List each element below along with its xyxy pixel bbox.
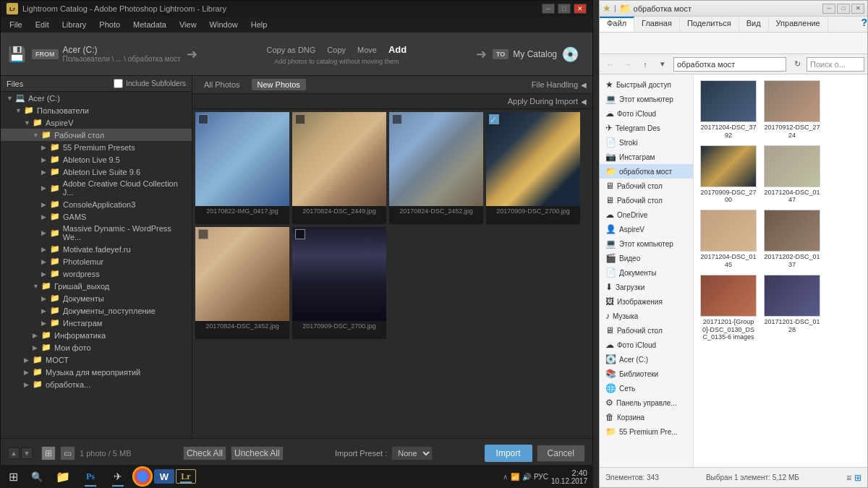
menu-photo[interactable]: Photo (93, 19, 126, 30)
lr-tree-item-5[interactable]: ▶📁Ableton Live 9.5 (1, 153, 192, 166)
fe-sidebar-item-13[interactable]: 📄Документы (600, 265, 693, 280)
fe-tab-view[interactable]: Вид (739, 17, 769, 32)
fe-photo-item-7[interactable]: 20171201-DSC_0128 (763, 275, 821, 341)
lr-include-subfolders-checkbox[interactable] (114, 79, 123, 88)
menu-window[interactable]: Window (204, 19, 244, 30)
lr-tree-item-19[interactable]: ▶📁Мои фото (1, 341, 192, 354)
lr-tree-item-1[interactable]: ▼📁Пользователи (1, 104, 192, 116)
menu-view[interactable]: View (174, 19, 203, 30)
lr-add-btn[interactable]: Add (386, 43, 409, 56)
lr-tree-item-2[interactable]: ▼📁AspireV (1, 116, 192, 129)
fe-sidebar-item-8[interactable]: 🖥Рабочий стол (600, 193, 693, 207)
lr-maximize-btn[interactable]: □ (558, 4, 571, 14)
lr-tree-item-22[interactable]: ▶📁обработка... (1, 378, 192, 390)
fe-sidebar-item-10[interactable]: 👤AspireV (600, 222, 693, 236)
fe-help-btn[interactable]: ? (861, 17, 867, 32)
lr-tree-item-11[interactable]: ▶📁Motivate.fadeyef.ru (1, 243, 192, 255)
lr-close-btn[interactable]: ✕ (574, 4, 587, 14)
lr-tree-item-20[interactable]: ▶📁МОСТ (1, 354, 192, 366)
search-btn[interactable]: 🔍 (25, 466, 48, 487)
task-lightroom[interactable]: Lr (176, 469, 196, 484)
lr-tree-item-17[interactable]: ▶📁Инстаграм (1, 317, 192, 329)
menu-help[interactable]: Help (245, 19, 273, 30)
task-photoshop[interactable]: Ps (77, 466, 103, 487)
lr-tree-item-12[interactable]: ▶📁Photolemur (1, 255, 192, 267)
lr-tree-item-4[interactable]: ▶📁55 Premium Presets (1, 141, 192, 153)
fe-maximize-btn[interactable]: □ (837, 4, 850, 14)
fe-sidebar-item-3[interactable]: ✈Telegram Des (600, 121, 693, 135)
lr-tree-item-13[interactable]: ▶📁wordpress (1, 267, 192, 280)
fe-minimize-btn[interactable]: ─ (822, 4, 835, 14)
photo-check-2[interactable] (392, 114, 402, 124)
fe-sidebar-item-16[interactable]: ♪Музыка (600, 309, 693, 323)
lr-cancel-btn[interactable]: Cancel (537, 445, 585, 462)
tab-new-photos[interactable]: New Photos (252, 79, 306, 90)
fe-grid-view-btn[interactable]: ⊞ (854, 473, 861, 483)
fe-sidebar-item-19[interactable]: 💽Acer (C:) (600, 352, 693, 367)
fe-photo-item-2[interactable]: 20170909-DSC_2700 (699, 145, 757, 205)
fe-sidebar-item-21[interactable]: 🌐Сеть (600, 381, 693, 395)
fe-tab-share[interactable]: Поделиться (680, 17, 739, 32)
fe-sidebar-item-14[interactable]: ⬇Загрузки (600, 280, 693, 294)
lr-tree-item-14[interactable]: ▼📁Гришай_выход (1, 280, 192, 292)
fe-close-btn[interactable]: ✕ (851, 4, 864, 14)
lr-copy-btn[interactable]: Copy (324, 43, 349, 56)
lr-photo-cell-2[interactable]: 20170824-DSC_2452.jpg (389, 112, 483, 224)
fe-photo-item-1[interactable]: 20170912-DSC_2724 (763, 80, 821, 140)
lr-single-view-btn[interactable]: ▭ (60, 446, 75, 461)
lr-tree-item-10[interactable]: ▶📁Massive Dynamic - WordPress We... (1, 223, 192, 243)
lr-photo-cell-5[interactable]: 20170909-DSC_2700.jpg (292, 227, 386, 339)
fe-sidebar-item-4[interactable]: 📄Stroki (600, 135, 693, 150)
fe-tab-home[interactable]: Главная (634, 17, 680, 32)
fe-sidebar-item-5[interactable]: 📷Инстаграм (600, 150, 693, 164)
lr-photo-cell-0[interactable]: 20170822-IMG_0417.jpg (195, 112, 289, 224)
lr-file-handling[interactable]: File Handling ◀ (532, 80, 587, 89)
lr-move-btn[interactable]: Move (354, 43, 380, 56)
lr-scroll-up-btn[interactable]: ▲ (8, 448, 20, 459)
fe-sidebar-item-23[interactable]: 🗑Корзина (600, 410, 693, 424)
menu-metadata[interactable]: Metadata (127, 19, 172, 30)
lr-photo-cell-3[interactable]: ✓20170909-DSC_2700.jpg (486, 112, 580, 224)
lr-tree-item-3[interactable]: ▼📁Рабочий стол (1, 129, 192, 141)
tab-all-photos[interactable]: All Photos (198, 79, 246, 90)
lr-photo-cell-4[interactable]: 20170824-DSC_2452.jpg (195, 227, 289, 339)
lr-uncheck-all-btn[interactable]: Uncheck All (231, 446, 284, 461)
fe-recent-btn[interactable]: ▾ (655, 57, 671, 72)
fe-tab-file[interactable]: Файл (600, 17, 634, 32)
lr-tree-item-6[interactable]: ▶📁Ableton Live Suite 9.6 (1, 166, 192, 178)
fe-refresh-btn[interactable]: ↻ (789, 57, 805, 72)
lr-tree-item-16[interactable]: ▶📁Документы_поступление (1, 304, 192, 317)
lr-tree-item-21[interactable]: ▶📁Музыка для мероприятий (1, 366, 192, 378)
menu-library[interactable]: Library (56, 19, 93, 30)
start-btn[interactable]: ⊞ (3, 466, 24, 487)
lr-source-path[interactable]: Acer (C:) (63, 45, 181, 55)
fe-sidebar-item-6[interactable]: 📁обработка мост (600, 164, 693, 179)
fe-sidebar-item-20[interactable]: 📚Библиотеки (600, 367, 693, 381)
fe-sidebar-item-1[interactable]: 💻Этот компьютер (600, 92, 693, 106)
fe-list-view-btn[interactable]: ≡ (846, 473, 851, 483)
photo-check-4[interactable] (198, 229, 208, 239)
fe-sidebar-item-17[interactable]: 🖥Рабочий стол (600, 323, 693, 338)
lr-tree-item-8[interactable]: ▶📁ConsoleApplication3 (1, 198, 192, 210)
lr-grid-view-btn[interactable]: ⊞ (41, 446, 56, 461)
lr-photo-cell-1[interactable]: 20170824-DSC_2449.jpg (292, 112, 386, 224)
fe-photo-item-6[interactable]: 20171201-[Group 0]-DSC_0130_DSC_0135-6 i… (699, 275, 757, 341)
fe-sidebar-item-24[interactable]: 📁55 Premium Pre... (600, 424, 693, 439)
lr-tree-item-15[interactable]: ▶📁Документы (1, 292, 192, 304)
lr-dest-name[interactable]: My Catalog (513, 49, 557, 59)
lr-check-all-btn[interactable]: Check All (183, 446, 226, 461)
photo-check-1[interactable] (295, 114, 305, 124)
lr-scroll-down-btn[interactable]: ▼ (21, 448, 33, 459)
photo-check-5[interactable] (295, 229, 305, 239)
lr-minimize-btn[interactable]: ─ (542, 4, 555, 14)
fe-photo-item-0[interactable]: 20171204-DSC_3792 (699, 80, 757, 140)
task-word[interactable]: W (154, 469, 174, 484)
task-chrome[interactable] (132, 466, 153, 487)
lr-tree-item-18[interactable]: ▶📁Информатика (1, 329, 192, 341)
fe-forward-btn[interactable]: → (620, 57, 636, 72)
menu-file[interactable]: File (4, 19, 28, 30)
fe-search-bar[interactable]: Поиск о... (807, 57, 864, 72)
fe-sidebar-item-18[interactable]: ☁Фото iCloud (600, 338, 693, 352)
task-telegram[interactable]: ✈ (105, 466, 131, 487)
fe-address-bar[interactable]: обработка мост (673, 57, 786, 72)
